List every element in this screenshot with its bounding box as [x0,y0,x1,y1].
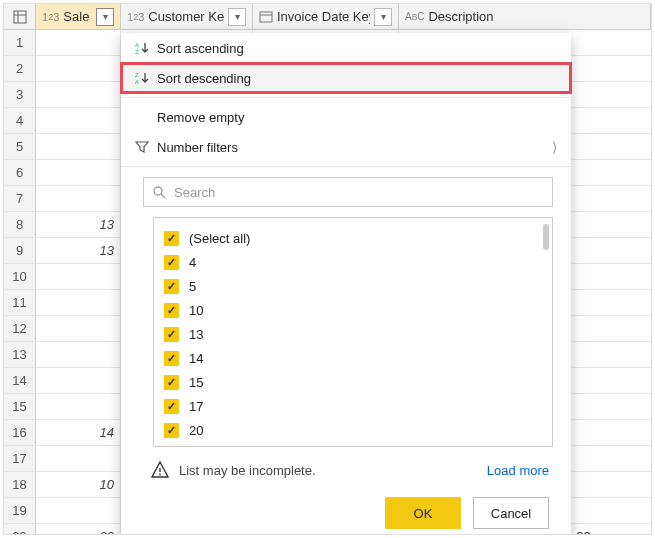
row-number: 9 [4,238,36,263]
column-name: Sale Key [63,9,92,24]
checkbox-checked-icon[interactable]: ✓ [164,375,179,390]
checkbox-checked-icon[interactable]: ✓ [164,255,179,270]
list-item-label: 15 [189,375,203,390]
list-item-label: 17 [189,399,203,414]
checkbox-checked-icon[interactable]: ✓ [164,279,179,294]
row-number: 8 [4,212,36,237]
row-number: 14 [4,368,36,393]
filter-value-item[interactable]: ✓5 [164,274,542,298]
checkbox-checked-icon[interactable]: ✓ [164,351,179,366]
filter-value-item[interactable]: ✓4 [164,250,542,274]
menu-label: Number filters [157,140,552,155]
sort-ascending-item[interactable]: AZ Sort ascending [121,33,571,63]
filter-values-list[interactable]: ✓ (Select all) ✓4✓5✓10✓13✓14✓15✓17✓20 [153,217,553,447]
search-icon [152,185,166,199]
cell-sale-key[interactable] [36,394,121,419]
column-dropdown-icon[interactable]: ▾ [96,8,114,26]
incomplete-message: List may be incomplete. [179,463,316,478]
cell-sale-key[interactable] [36,82,121,107]
row-number: 15 [4,394,36,419]
cell-sale-key[interactable] [36,186,121,211]
list-item-label: 13 [189,327,203,342]
cell-sale-key[interactable] [36,368,121,393]
column-header-invoice-date-key[interactable]: Invoice Date Key ▾ [253,4,399,29]
svg-point-9 [154,187,162,195]
column-dropdown-icon[interactable]: ▾ [374,8,392,26]
select-all-item[interactable]: ✓ (Select all) [164,226,542,250]
column-name: Description [428,9,644,24]
row-number: 7 [4,186,36,211]
cell-sale-key[interactable] [36,56,121,81]
filter-value-item[interactable]: ✓10 [164,298,542,322]
cell-sale-key[interactable] [36,30,121,55]
cancel-button[interactable]: Cancel [473,497,549,529]
column-filter-panel: AZ Sort ascending ZA Sort descending Rem… [121,33,571,535]
cell-sale-key[interactable] [36,342,121,367]
load-more-link[interactable]: Load more [487,463,549,478]
column-header-description[interactable]: ABC Description [399,4,651,29]
row-number: 18 [4,472,36,497]
warning-icon [149,459,171,481]
column-header-customer-key[interactable]: 123 Customer Key ▾ [121,4,253,29]
cell-sale-key[interactable] [36,316,121,341]
cell-sale-key[interactable] [36,134,121,159]
cell-sale-key[interactable] [36,264,121,289]
cell-sale-key[interactable] [36,290,121,315]
list-item-label: (Select all) [189,231,250,246]
list-item-label: 10 [189,303,203,318]
date-type-icon [259,11,273,23]
svg-text:A: A [135,79,139,85]
table-corner-icon[interactable] [4,4,36,29]
cell-sale-key[interactable]: 10 [36,472,121,497]
menu-label: Sort descending [157,71,557,86]
number-filters-item[interactable]: Number filters ⟩ [121,132,571,162]
cell-sale-key[interactable] [36,108,121,133]
column-name: Invoice Date Key [277,9,370,24]
ok-button[interactable]: OK [385,497,461,529]
svg-line-10 [161,194,165,198]
row-number: 1 [4,30,36,55]
cell-sale-key[interactable] [36,498,121,523]
filter-value-item[interactable]: ✓13 [164,322,542,346]
checkbox-checked-icon[interactable]: ✓ [164,423,179,438]
svg-text:Z: Z [135,49,139,55]
cell-sale-key[interactable] [36,446,121,471]
row-number: 19 [4,498,36,523]
filter-value-item[interactable]: ✓17 [164,394,542,418]
column-header-row: 123 Sale Key ▾ 123 Customer Key ▾ Invoic… [4,4,651,30]
column-header-sale-key[interactable]: 123 Sale Key ▾ [36,4,121,29]
cell-sale-key[interactable]: 13 [36,212,121,237]
scrollbar-thumb[interactable] [543,224,549,250]
column-dropdown-icon[interactable]: ▾ [228,8,246,26]
row-number: 2 [4,56,36,81]
number-type-icon: 123 [42,11,59,23]
row-number: 4 [4,108,36,133]
filter-icon [135,140,157,154]
list-item-label: 14 [189,351,203,366]
filter-value-item[interactable]: ✓20 [164,418,542,442]
cell-sale-key[interactable] [36,160,121,185]
sort-asc-icon: AZ [135,41,157,55]
row-number: 13 [4,342,36,367]
menu-divider [121,97,571,98]
checkbox-checked-icon[interactable]: ✓ [164,303,179,318]
number-type-icon: 123 [127,11,144,23]
cell-sale-key[interactable]: 14 [36,420,121,445]
row-number: 11 [4,290,36,315]
checkbox-checked-icon[interactable]: ✓ [164,231,179,246]
sort-descending-item[interactable]: ZA Sort descending [121,63,571,93]
cell-sale-key[interactable]: 20 [36,524,121,535]
cell-sale-key[interactable]: 13 [36,238,121,263]
svg-text:A: A [135,42,139,48]
checkbox-checked-icon[interactable]: ✓ [164,399,179,414]
row-number: 6 [4,160,36,185]
menu-label: Remove empty [157,110,557,125]
filter-value-item[interactable]: ✓14 [164,346,542,370]
filter-search-box[interactable] [143,177,553,207]
checkbox-checked-icon[interactable]: ✓ [164,327,179,342]
search-input[interactable] [172,184,544,201]
remove-empty-item[interactable]: Remove empty [121,102,571,132]
list-item-label: 4 [189,255,196,270]
chevron-right-icon: ⟩ [552,139,557,155]
filter-value-item[interactable]: ✓15 [164,370,542,394]
